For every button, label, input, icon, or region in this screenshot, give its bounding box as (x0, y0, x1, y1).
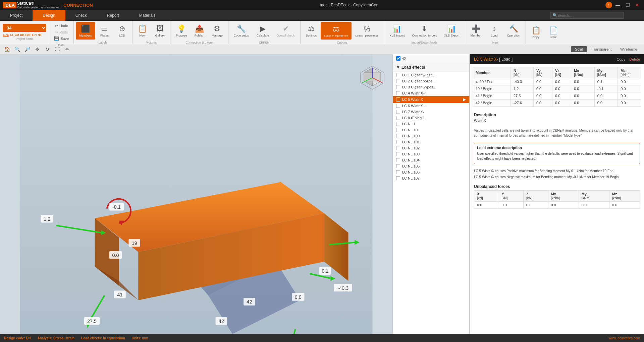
pan-button[interactable]: ✥ (33, 45, 42, 54)
search-bar[interactable]: 🔍 (550, 12, 624, 19)
overall-check-button[interactable]: ✔ Overall check (273, 22, 298, 40)
loads-percentage-button[interactable]: % Loads - percentage (352, 22, 382, 40)
home-button[interactable]: 🏠 (3, 45, 11, 54)
plates-button[interactable]: ▭ Plates (97, 22, 113, 40)
redo-button[interactable]: ↪ Redo (53, 29, 70, 35)
load-effect-item-lc2[interactable]: LC 2 Ciężar pozos... (393, 78, 469, 84)
new-button[interactable]: 📋 New (135, 22, 151, 40)
tag-ht[interactable]: HT (38, 33, 42, 37)
checkbox-lcnl101[interactable] (396, 140, 400, 144)
load-effect-item-lcnl105[interactable]: LC NL 105 (393, 163, 469, 169)
load-effect-item-lc7[interactable]: LC 7 Wiatr Y- (393, 109, 469, 115)
tag-fat[interactable]: FAT (25, 33, 31, 37)
xls-export-button[interactable]: 📊 XLS Export (441, 22, 463, 40)
checkbox-lc7[interactable] (396, 110, 400, 114)
load-effect-item-lc3[interactable]: LC 3 Ciężar wypos... (393, 84, 469, 90)
viewport[interactable]: Production cost - 0 € (0, 54, 392, 334)
tag-st[interactable]: ST (10, 33, 14, 37)
tab-report[interactable]: Report (97, 10, 129, 21)
expand-btn[interactable]: ▶ (476, 80, 478, 84)
checkbox-lcnl100[interactable] (396, 134, 400, 138)
checkbox-lcnl105[interactable] (396, 164, 400, 168)
load-effect-item-lc6[interactable]: LC 6 Wiatr Y+ (393, 103, 469, 109)
rotate-button[interactable]: ↻ (43, 45, 52, 54)
code-setup-button[interactable]: 🔧 Code setup (230, 22, 253, 40)
operation-button[interactable]: 🔨 Operation (504, 22, 524, 40)
project-dropdown[interactable]: 34 (3, 24, 46, 32)
copy-button[interactable]: 📋 Copy (528, 24, 544, 41)
lcs-button[interactable]: ⊕ LCS (114, 22, 130, 40)
checkbox-lc4[interactable] (396, 91, 400, 95)
load-effect-item-lc4[interactable]: LC 4 Wiatr X+ (393, 90, 469, 96)
tag-eps[interactable]: EPS (3, 33, 9, 37)
load-effect-item-lcnl107[interactable]: LC NL 107 (393, 175, 469, 181)
load-effect-item-lcnl1[interactable]: LC NL 1 (393, 121, 469, 127)
checkbox-lc3[interactable] (396, 85, 400, 89)
notification-dot[interactable]: ! (605, 2, 612, 8)
members-button[interactable]: ⬛ Members (76, 22, 95, 40)
transparent-mode[interactable]: Transparent (588, 46, 615, 52)
tab-design[interactable]: Design (33, 10, 65, 21)
load-effect-item-lcnl101[interactable]: LC NL 101 (393, 139, 469, 145)
checkbox-lcnl104[interactable] (396, 158, 400, 162)
maximize-button[interactable]: ❐ (624, 2, 632, 8)
checkbox-lc8[interactable] (396, 116, 400, 120)
cell-r0-c0[interactable]: ▶19 / End (473, 78, 511, 85)
propose-button[interactable]: 💡 Propose (172, 22, 191, 40)
wireframe-mode[interactable]: Wireframe (616, 46, 641, 52)
tag-cd[interactable]: CD (15, 33, 19, 37)
tag-dr[interactable]: DR (20, 33, 24, 37)
close-button[interactable]: ✕ (633, 2, 641, 8)
checkbox-42[interactable] (396, 56, 400, 61)
checkbox-lc6[interactable] (396, 104, 400, 108)
load-effect-item-lcnl10[interactable]: LC NL 10 (393, 127, 469, 133)
load-effect-item-lcnl102[interactable]: LC NL 102 (393, 145, 469, 151)
undo-button[interactable]: ↩ Undo (53, 23, 70, 29)
xls-import-button[interactable]: 📊 XLS Import (386, 22, 408, 40)
cube-navigator[interactable] (359, 64, 386, 91)
load-effect-item-lcnl100[interactable]: LC NL 100 (393, 133, 469, 139)
zoom-button[interactable]: 🔎 (23, 45, 32, 54)
tab-project[interactable]: Project (0, 10, 33, 21)
load-button[interactable]: ↕ Load (486, 22, 502, 40)
load-effect-item-lcnl104[interactable]: LC NL 104 (393, 157, 469, 163)
load-effect-item-lc1[interactable]: LC 1 Ciężar w³asn... (393, 72, 469, 78)
cell-r2-c0[interactable]: 41 / Begin (473, 92, 511, 99)
checkbox-lcnl106[interactable] (396, 170, 400, 174)
delete-action[interactable]: Delete (629, 57, 640, 61)
tab-materials[interactable]: Materials (129, 10, 166, 21)
checkbox-lcnl1[interactable] (396, 122, 400, 126)
connection-import-button[interactable]: ⬇ Connection Import (409, 22, 440, 40)
load-effect-item-lcnl103[interactable]: LC NL 103 (393, 151, 469, 157)
save-button[interactable]: 💾 Save (52, 36, 71, 42)
tab-check[interactable]: Check (65, 10, 97, 21)
new-end-button[interactable]: 📄 New (545, 24, 561, 41)
website-link[interactable]: www.ideastatica.com (609, 336, 640, 340)
loads-equilibrium-button[interactable]: ⚖ Loads in equilibrium (321, 22, 351, 40)
checkbox-lcnl103[interactable] (396, 152, 400, 156)
checkbox-lcnl10[interactable] (396, 128, 400, 132)
copy-action[interactable]: Copy (617, 57, 626, 61)
load-effect-item-lcnl106[interactable]: LC NL 106 (393, 169, 469, 175)
publish-button[interactable]: 📤 Publish (191, 22, 208, 40)
tag-fir[interactable]: FIR (32, 33, 37, 37)
load-effect-item-lc8[interactable]: LC 8 Œnieg 1 (393, 115, 469, 121)
zoom-fit-button[interactable]: 🔍 (13, 45, 21, 54)
gallery-button[interactable]: 🖼 Gallery (152, 22, 168, 40)
checkbox-lcnl107[interactable] (396, 176, 400, 180)
settings-button[interactable]: ⚖ Settings (303, 22, 320, 40)
collapse-icon[interactable]: ▼ (396, 65, 400, 70)
calculate-button[interactable]: ▶ Calculate (253, 22, 273, 40)
fullscreen-button[interactable]: ⛶ (53, 45, 62, 54)
minimize-button[interactable]: — (613, 2, 622, 8)
manage-button[interactable]: ⚙ Manage (208, 22, 226, 40)
edit-button[interactable]: ✏ (63, 45, 72, 54)
checkbox-lc1[interactable] (396, 73, 400, 77)
checkbox-lc2[interactable] (396, 79, 400, 83)
checkbox-lcnl102[interactable] (396, 146, 400, 150)
member-button[interactable]: ➕ Member (467, 22, 485, 40)
search-input[interactable] (557, 13, 622, 17)
checkbox-lc5[interactable] (396, 97, 400, 101)
cell-r1-c0[interactable]: 19 / Begin (473, 85, 511, 92)
cell-r3-c0[interactable]: 42 / Begin (473, 99, 511, 107)
